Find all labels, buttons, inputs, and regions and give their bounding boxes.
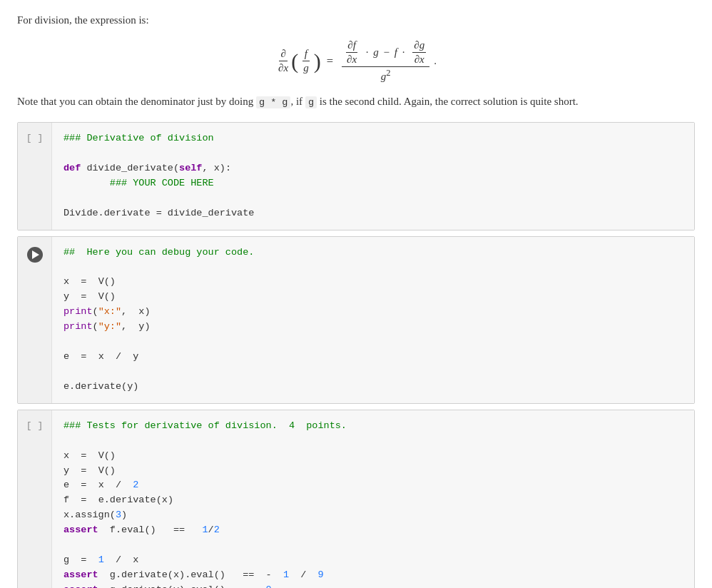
run-circle (27, 247, 43, 263)
note-suffix: is the second child. Again, the correct … (317, 96, 579, 107)
open-paren: ( (291, 49, 298, 74)
cell-tests: [ ] ### Tests for derivative of division… (17, 410, 695, 588)
note-text: Note that you can obtain the denominator… (17, 96, 695, 108)
rhs-numerator: ∂f ∂x · g − f · ∂g ∂x (342, 39, 429, 67)
period: . (434, 55, 437, 67)
note-middle: , if (290, 96, 305, 107)
run-triangle-icon (32, 250, 39, 259)
rhs-fraction: ∂f ∂x · g − f · ∂g ∂x g2 (342, 39, 429, 83)
page-container: For division, the expression is: ∂ ∂x ( … (17, 14, 695, 588)
cell-1-content[interactable]: ### Derivative of division def divide_de… (52, 123, 694, 230)
cell-derivative-division: [ ] ### Derivative of division def divid… (17, 122, 695, 230)
cell-3-bracket: [ ] (26, 420, 43, 431)
cell-3-gutter: [ ] (18, 410, 52, 588)
cell-3-content[interactable]: ### Tests for derivative of division. 4 … (52, 410, 694, 588)
math-formula: ∂ ∂x ( f g ) = ∂f ∂x · g − f · (17, 39, 695, 83)
run-button[interactable] (18, 237, 52, 403)
f-over-g: f g (301, 48, 311, 74)
note-code-2: g (305, 96, 317, 108)
cell-1-bracket: [ ] (26, 133, 43, 143)
intro-text: For division, the expression is: (17, 14, 695, 26)
cell-debug: ## Here you can debug your code. x = V()… (17, 236, 695, 404)
note-prefix: Note that you can obtain the denominator… (17, 96, 256, 107)
partial-dx: ∂ ∂x (277, 48, 290, 74)
rhs-denominator: g2 (379, 67, 393, 83)
close-paren: ) (314, 49, 321, 74)
equals-sign: = (327, 54, 333, 69)
note-code-1: g * g (256, 96, 291, 108)
cell-2-content[interactable]: ## Here you can debug your code. x = V()… (52, 237, 694, 403)
cell-1-gutter: [ ] (18, 123, 52, 230)
